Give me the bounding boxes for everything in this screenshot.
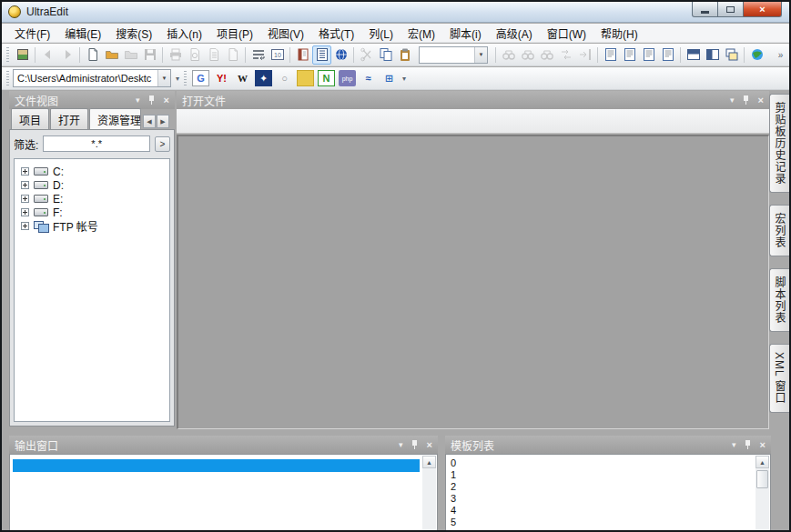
menu-insert[interactable]: 插入(n) xyxy=(159,23,209,44)
panel-close-icon[interactable]: × xyxy=(164,95,169,105)
file-view-header[interactable]: 文件视图 ▾ × xyxy=(9,91,175,109)
open-file-icon[interactable] xyxy=(102,45,121,65)
template-list-item[interactable]: 1 xyxy=(446,468,770,480)
cut-icon[interactable] xyxy=(357,45,376,65)
align-center-icon[interactable] xyxy=(620,45,639,65)
open-files-header[interactable]: 打开文件 ▾ × xyxy=(177,91,769,109)
panel-menu-icon[interactable]: ▾ xyxy=(399,441,403,449)
toolbar-grip[interactable] xyxy=(184,71,187,85)
find-prev-icon[interactable] xyxy=(537,45,556,65)
copy-icon[interactable] xyxy=(376,45,395,65)
hex-mode-icon[interactable] xyxy=(268,45,287,65)
yahoo-icon[interactable]: Y! xyxy=(213,70,230,86)
panel-close-icon[interactable]: × xyxy=(758,95,764,105)
evernote-icon[interactable]: N xyxy=(318,70,335,86)
combo-dropdown-icon[interactable]: ▼ xyxy=(474,47,487,63)
address-overflow-icon[interactable]: ▾ xyxy=(176,75,179,83)
tab-macro-list[interactable]: 宏列表 xyxy=(769,205,789,256)
template-list-item[interactable]: 5 xyxy=(446,516,770,527)
output-window-header[interactable]: 输出窗口 ▾ × xyxy=(9,436,438,454)
toolbar-grip[interactable] xyxy=(6,47,9,62)
menu-project[interactable]: 项目(P) xyxy=(209,23,260,44)
tab-project[interactable]: 项目 xyxy=(11,108,49,129)
windows-icon[interactable]: ⊞ xyxy=(380,70,398,86)
goto-line-icon[interactable] xyxy=(575,45,594,65)
tab-scroll-right-icon[interactable]: ▶ xyxy=(157,115,169,128)
bulb-icon[interactable]: ○ xyxy=(276,70,293,86)
gold-tile-icon[interactable] xyxy=(297,70,314,86)
wave-icon[interactable]: ≈ xyxy=(360,70,377,86)
find-in-page-icon[interactable] xyxy=(204,45,223,65)
split-vertical-icon[interactable] xyxy=(703,45,722,65)
address-combo[interactable]: C:\Users\Administrator\Desktc ▼ xyxy=(13,69,171,87)
menu-advanced[interactable]: 高级(A) xyxy=(489,23,540,44)
tab-scroll-left-icon[interactable]: ◀ xyxy=(143,115,156,128)
expand-icon[interactable] xyxy=(21,181,29,189)
syntax-highlight-icon[interactable] xyxy=(293,45,312,65)
web-toolbar-overflow-icon[interactable]: ▾ xyxy=(402,75,406,83)
page-properties-icon[interactable] xyxy=(223,45,242,65)
maximize-button[interactable] xyxy=(717,2,744,17)
template-list-item[interactable]: 2 xyxy=(446,480,770,492)
print-preview-icon[interactable] xyxy=(185,45,204,65)
output-scrollbar[interactable]: ▲ xyxy=(422,456,436,531)
menu-script[interactable]: 脚本(i) xyxy=(442,23,489,44)
panel-close-icon[interactable]: × xyxy=(427,440,432,450)
google-icon[interactable]: G xyxy=(192,70,209,86)
browser-view-icon[interactable] xyxy=(331,45,350,65)
word-wrap-icon[interactable] xyxy=(248,45,268,65)
php-icon[interactable]: php xyxy=(339,70,356,86)
template-list-item[interactable]: 4 xyxy=(446,504,770,516)
web-globe-icon[interactable] xyxy=(747,45,766,65)
panel-menu-icon[interactable]: ▾ xyxy=(730,96,735,105)
expand-icon[interactable] xyxy=(21,222,29,230)
menu-window[interactable]: 窗口(W) xyxy=(540,23,593,44)
menu-help[interactable]: 帮助(H) xyxy=(593,23,645,44)
template-list-item[interactable]: 6 xyxy=(446,527,770,532)
expand-icon[interactable] xyxy=(21,208,29,216)
tab-open[interactable]: 打开 xyxy=(50,108,88,129)
toolbar-grip[interactable] xyxy=(6,71,9,85)
back-icon[interactable] xyxy=(38,45,57,65)
tab-script-list[interactable]: 脚本列表 xyxy=(769,268,789,332)
panel-menu-icon[interactable]: ▾ xyxy=(732,441,736,449)
reformat-paragraph-icon[interactable] xyxy=(601,45,620,65)
title-bar[interactable]: UltraEdit xyxy=(2,2,789,23)
expand-icon[interactable] xyxy=(21,167,29,176)
tab-clipboard-history[interactable]: 剪贴板历史记录 xyxy=(769,94,789,193)
tree-item-d-drive[interactable]: D: xyxy=(16,178,167,192)
paste-icon[interactable] xyxy=(395,45,414,65)
menu-column[interactable]: 列(L) xyxy=(361,23,401,44)
split-horizontal-icon[interactable] xyxy=(684,45,703,65)
function-list-icon[interactable] xyxy=(312,45,331,65)
filter-go-button[interactable]: > xyxy=(155,136,170,152)
menu-format[interactable]: 格式(T) xyxy=(311,23,361,44)
panel-close-icon[interactable]: × xyxy=(760,440,766,450)
scroll-up-icon[interactable]: ▲ xyxy=(422,456,436,468)
template-list-item[interactable]: 3 xyxy=(446,492,770,504)
menu-search[interactable]: 搜索(S) xyxy=(108,23,159,44)
template-list-item[interactable]: 0 xyxy=(446,457,770,468)
justify-paragraph-icon[interactable] xyxy=(658,45,677,65)
minimize-button[interactable] xyxy=(692,2,718,17)
output-selected-row[interactable] xyxy=(13,459,420,472)
tab-xml-window[interactable]: XML 窗口 xyxy=(769,344,789,413)
filter-input[interactable]: *.* xyxy=(43,136,150,152)
address-dropdown-icon[interactable]: ▼ xyxy=(157,70,170,86)
menu-macro[interactable]: 宏(M) xyxy=(401,23,442,44)
cascade-windows-icon[interactable] xyxy=(722,45,741,65)
tree-item-e-drive[interactable]: E: xyxy=(16,192,167,206)
save-icon[interactable] xyxy=(140,45,159,65)
toolbar-overflow-icon[interactable]: » xyxy=(775,50,786,60)
tree-item-f-drive[interactable]: F: xyxy=(16,206,167,219)
app-tile-icon[interactable] xyxy=(13,45,32,65)
favorites-combo[interactable]: ▼ xyxy=(419,46,488,64)
menu-edit[interactable]: 编辑(E) xyxy=(57,23,108,44)
menu-file[interactable]: 文件(F) xyxy=(7,23,57,44)
tree-item-c-drive[interactable]: C: xyxy=(16,165,167,178)
forward-icon[interactable] xyxy=(57,45,76,65)
babylon-icon[interactable]: ✦ xyxy=(255,70,272,86)
new-file-icon[interactable] xyxy=(83,45,102,65)
close-file-icon[interactable] xyxy=(121,45,140,65)
menu-view[interactable]: 视图(V) xyxy=(260,23,311,44)
